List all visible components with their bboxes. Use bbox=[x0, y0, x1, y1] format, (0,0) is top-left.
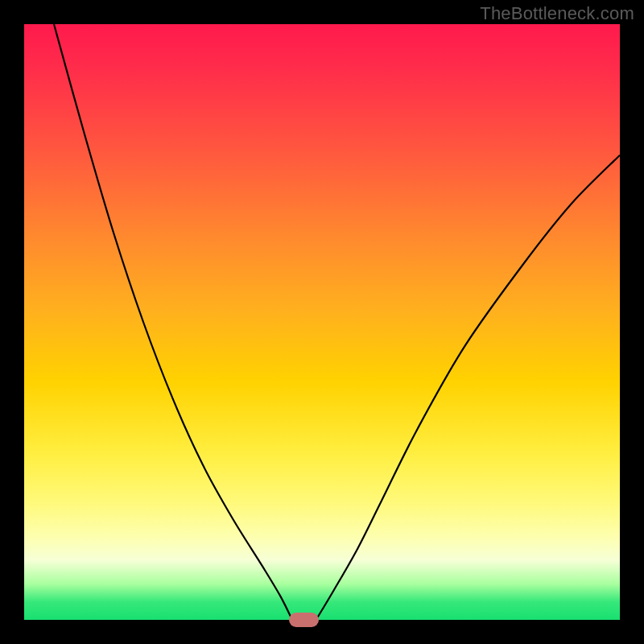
watermark-text: TheBottleneck.com bbox=[480, 3, 634, 24]
optimum-marker bbox=[289, 613, 319, 627]
curve-left-branch bbox=[54, 24, 292, 620]
curve-right-branch bbox=[316, 155, 620, 620]
bottleneck-curve bbox=[24, 24, 620, 620]
plot-area bbox=[24, 24, 620, 620]
chart-frame: TheBottleneck.com bbox=[0, 0, 644, 644]
